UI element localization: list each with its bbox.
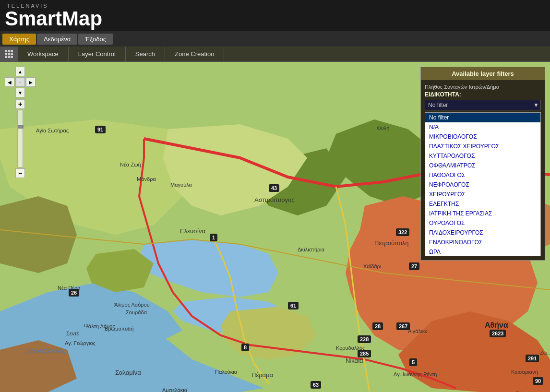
filter-list[interactable]: No filterΝ/ΑΜΙΚΡΟΒΙΟΛΟΓΟΣΠΛΑΣΤΙΚΟΣ ΧΕΙΡΟ… xyxy=(425,112,541,256)
nav-dedomena[interactable]: Δεδομένα xyxy=(37,34,77,45)
layer-panel: Available layer filters Πλήθος Συνταγών … xyxy=(420,67,545,261)
map-marker[interactable]: 291 xyxy=(526,355,539,362)
toolbar: Workspace Layer Control Search Zone Crea… xyxy=(0,47,550,62)
layer-panel-header: Available layer filters xyxy=(421,67,545,80)
nav-arrow-row-top: ▲ xyxy=(5,67,36,76)
nav-exodos[interactable]: Έξοδος xyxy=(78,34,113,45)
filter-list-item[interactable]: ΠΛΑΣΤΙΚΟΣ ΧΕΙΡΟΥΡΓΟΣ xyxy=(425,142,540,151)
zoom-thumb xyxy=(18,125,24,129)
tab-search[interactable]: Search xyxy=(126,47,165,61)
filter-select[interactable]: No filterΝ/ΑΜΙΚΡΟΒΙΟΛΟΓΟΣΠΛΑΣΤΙΚΟΣ ΧΕΙΡΟ… xyxy=(425,100,541,110)
filter-list-item[interactable]: ΕΛΕΓΚΤΗΣ xyxy=(425,199,540,209)
map-marker[interactable]: 8 xyxy=(241,344,249,351)
filter-label: Πλήθος Συνταγών Ιατρών/Δήμο xyxy=(425,84,541,90)
filter-list-item[interactable]: ΟΦΘΑΛΜΙΑΤΡΟΣ xyxy=(425,161,540,170)
filter-list-item[interactable]: ΝΕΦΡΟΛΟΓΟΣ xyxy=(425,180,540,190)
filter-list-item[interactable]: ΕΝΔΟΚΡΙΝΟΛΟΓΟΣ xyxy=(425,238,540,247)
map-marker[interactable]: 90 xyxy=(533,377,543,385)
filter-list-item[interactable]: ΩΡΛ xyxy=(425,247,540,256)
app-title: SmartMap xyxy=(5,9,102,29)
layer-panel-body: Πλήθος Συνταγών Ιατρών/Δήμο ΕΙΔΙΚΟΤΗΤΑ: … xyxy=(421,80,545,260)
map-marker[interactable]: 285 xyxy=(358,350,371,357)
map-marker[interactable]: 228 xyxy=(358,335,371,343)
map-marker[interactable]: 63 xyxy=(311,381,321,389)
tab-workspace[interactable]: Workspace xyxy=(18,47,69,61)
zoom-out-button[interactable]: − xyxy=(15,168,25,178)
svg-marker-12 xyxy=(0,196,77,273)
map-marker[interactable]: 91 xyxy=(95,126,106,133)
nav-right-button[interactable]: ▶ xyxy=(26,77,36,87)
map-marker[interactable]: 43 xyxy=(269,184,279,192)
filter-list-item[interactable]: ΚΥΤΤΑΡΟΛΟΓΟΣ xyxy=(425,151,540,161)
logo: TELENAVIS SmartMap xyxy=(5,3,102,29)
filter-select-wrapper: No filterΝ/ΑΜΙΚΡΟΒΙΟΛΟΓΟΣΠΛΑΣΤΙΚΟΣ ΧΕΙΡΟ… xyxy=(425,100,541,110)
filter-list-item[interactable]: Ν/Α xyxy=(425,122,540,132)
tab-layer-control[interactable]: Layer Control xyxy=(69,47,126,61)
map-marker[interactable]: 267 xyxy=(396,322,410,330)
map-marker[interactable]: 27 xyxy=(409,262,419,270)
nav-center-button[interactable]: · xyxy=(15,77,25,87)
map-marker[interactable]: 5 xyxy=(409,358,417,366)
zoom-in-button[interactable]: + xyxy=(15,99,25,109)
map-marker[interactable]: 61 xyxy=(288,302,299,309)
nav-up-button[interactable]: ▲ xyxy=(15,67,25,76)
nav-chartis[interactable]: Χάρτης xyxy=(2,34,36,45)
map-marker[interactable]: 1 xyxy=(210,234,217,241)
map-marker[interactable]: 2623 xyxy=(490,330,506,337)
zoom-slider: + − xyxy=(15,99,25,178)
map-marker[interactable]: 26 xyxy=(69,289,79,297)
map-container[interactable]: ▲ ◀ · ▶ ▼ + − ΦυλήΝέα ΖωήΜάνδραΜαγούλαΑσ… xyxy=(0,62,550,392)
navbar: Χάρτης Δεδομένα Έξοδος xyxy=(0,31,550,47)
filter-list-item[interactable]: ΟΥΡΟΛΟΓΟΣ xyxy=(425,218,540,228)
zoom-track[interactable] xyxy=(17,110,23,167)
map-marker[interactable]: 28 xyxy=(372,322,383,330)
filter-list-item[interactable]: ΧΕΙΡΟΥΡΓΟΣ xyxy=(425,190,540,199)
filter-list-item[interactable]: ΠΑΙΔΟΧΕΙΡΟΥΡΓΟΣ xyxy=(425,228,540,238)
nav-arrow-row-mid: ◀ · ▶ xyxy=(5,77,36,87)
nav-left-button[interactable]: ◀ xyxy=(5,77,14,87)
grid-button[interactable] xyxy=(0,47,18,61)
filter-list-item[interactable]: ΜΙΚΡΟΒΙΟΛΟΓΟΣ xyxy=(425,132,540,142)
app-header: TELENAVIS SmartMap xyxy=(0,0,550,31)
filter-list-item[interactable]: ΠΑΘΟΛΟΓΟΣ xyxy=(425,170,540,180)
nav-arrow-row-bot: ▼ xyxy=(5,88,36,97)
tab-zone-creation[interactable]: Zone Creation xyxy=(165,47,224,61)
filter-list-item[interactable]: No filter xyxy=(425,113,540,122)
map-marker[interactable]: 322 xyxy=(396,228,409,236)
filter-list-item[interactable]: ΙΑΤΡΙΚΗ ΤΗΣ ΕΡΓΑΣΙΑΣ xyxy=(425,209,540,218)
grid-icon xyxy=(5,50,13,58)
nav-controls: ▲ ◀ · ▶ ▼ + − xyxy=(5,67,36,178)
eidikotita-label: ΕΙΔΙΚΟΤΗΤΑ: xyxy=(425,91,541,98)
nav-down-button[interactable]: ▼ xyxy=(15,88,25,97)
